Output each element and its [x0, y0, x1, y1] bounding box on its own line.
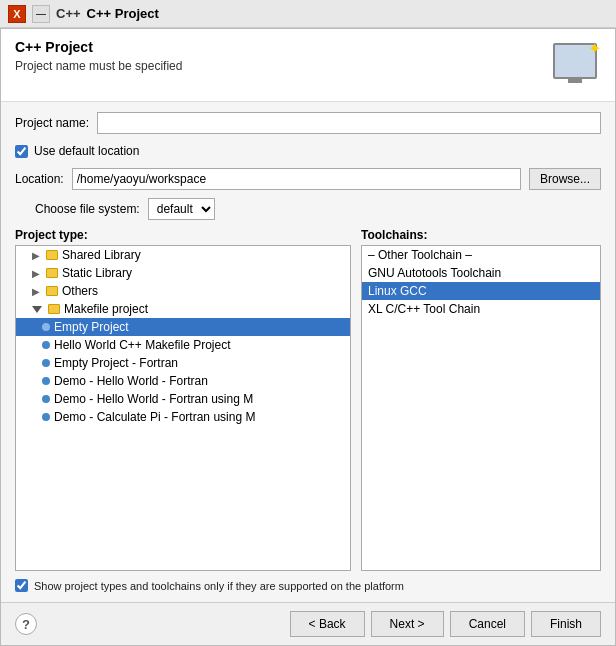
project-name-input[interactable]: [97, 112, 601, 134]
bullet-icon: [42, 359, 50, 367]
item-label: – Other Toolchain –: [368, 248, 472, 262]
close-button[interactable]: X: [8, 5, 26, 23]
footer-buttons: < Back Next > Cancel Finish: [290, 611, 601, 637]
location-row: Location: Browse...: [15, 168, 601, 190]
finish-button[interactable]: Finish: [531, 611, 601, 637]
location-input[interactable]: [72, 168, 521, 190]
item-label: Empty Project - Fortran: [54, 356, 178, 370]
expand-icon: ▶: [32, 250, 42, 261]
folder-icon: [46, 250, 58, 260]
list-item[interactable]: Empty Project - Fortran: [16, 354, 350, 372]
project-name-row: Project name:: [15, 112, 601, 134]
list-item[interactable]: Demo - Hello World - Fortran: [16, 372, 350, 390]
dialog: C++ Project Project name must be specifi…: [0, 28, 616, 646]
title-bar: X — C++ C++ Project: [0, 0, 616, 28]
dialog-footer: ? < Back Next > Cancel Finish: [1, 602, 615, 645]
toolchain-item[interactable]: XL C/C++ Tool Chain: [362, 300, 600, 318]
project-name-label: Project name:: [15, 116, 89, 130]
item-label: Empty Project: [54, 320, 129, 334]
header-icon: ✦: [549, 39, 601, 91]
item-label: Demo - Calculate Pi - Fortran using M: [54, 410, 255, 424]
toolchains-list[interactable]: – Other Toolchain – GNU Autotools Toolch…: [361, 245, 601, 571]
toolchains-label: Toolchains:: [361, 228, 601, 242]
item-label: Demo - Hello World - Fortran using M: [54, 392, 253, 406]
header-text: C++ Project Project name must be specifi…: [15, 39, 182, 73]
toolchains-panel: Toolchains: – Other Toolchain – GNU Auto…: [361, 228, 601, 571]
expand-icon: [32, 306, 42, 313]
default-location-checkbox[interactable]: [15, 145, 28, 158]
toolchain-item[interactable]: GNU Autotools Toolchain: [362, 264, 600, 282]
next-button[interactable]: Next >: [371, 611, 444, 637]
bullet-icon: [42, 395, 50, 403]
list-item[interactable]: Demo - Hello World - Fortran using M: [16, 390, 350, 408]
list-item[interactable]: ▶ Shared Library: [16, 246, 350, 264]
expand-icon: ▶: [32, 286, 42, 297]
folder-icon: [46, 286, 58, 296]
list-item-selected[interactable]: Empty Project: [16, 318, 350, 336]
cpp-icon: C++: [56, 6, 81, 21]
dialog-header: C++ Project Project name must be specifi…: [1, 29, 615, 102]
folder-icon: [46, 268, 58, 278]
toolchain-item-selected[interactable]: Linux GCC: [362, 282, 600, 300]
filesystem-row: Choose file system: default: [15, 198, 601, 220]
project-type-list[interactable]: ▶ Shared Library ▶ Static Library ▶: [15, 245, 351, 571]
project-type-panel: Project type: ▶ Shared Library ▶ Static …: [15, 228, 351, 571]
item-label: Demo - Hello World - Fortran: [54, 374, 208, 388]
platform-checkbox-row: Show project types and toolchains only i…: [15, 579, 601, 592]
header-subtitle: Project name must be specified: [15, 59, 182, 73]
item-label: Makefile project: [64, 302, 148, 316]
browse-button[interactable]: Browse...: [529, 168, 601, 190]
minimize-button[interactable]: —: [32, 5, 50, 23]
filesystem-label: Choose file system:: [35, 202, 140, 216]
list-item[interactable]: Demo - Calculate Pi - Fortran using M: [16, 408, 350, 426]
location-label: Location:: [15, 172, 64, 186]
default-location-label: Use default location: [34, 144, 139, 158]
item-label: Shared Library: [62, 248, 141, 262]
item-label: Linux GCC: [368, 284, 427, 298]
list-item[interactable]: Hello World C++ Makefile Project: [16, 336, 350, 354]
item-label: Others: [62, 284, 98, 298]
filesystem-select[interactable]: default: [148, 198, 215, 220]
title-bar-title: C++ Project: [87, 6, 159, 21]
expand-icon: ▶: [32, 268, 42, 279]
project-type-label: Project type:: [15, 228, 351, 242]
item-label: Hello World C++ Makefile Project: [54, 338, 231, 352]
header-title: C++ Project: [15, 39, 182, 55]
bullet-icon: [42, 413, 50, 421]
toolchain-item[interactable]: – Other Toolchain –: [362, 246, 600, 264]
item-label: XL C/C++ Tool Chain: [368, 302, 480, 316]
cancel-button[interactable]: Cancel: [450, 611, 525, 637]
bullet-icon: [42, 341, 50, 349]
dialog-body: Project name: Use default location Locat…: [1, 102, 615, 602]
default-location-row: Use default location: [15, 144, 601, 158]
list-item[interactable]: Makefile project: [16, 300, 350, 318]
platform-checkbox[interactable]: [15, 579, 28, 592]
list-item[interactable]: ▶ Static Library: [16, 264, 350, 282]
folder-icon: [48, 304, 60, 314]
platform-checkbox-label: Show project types and toolchains only i…: [34, 580, 404, 592]
list-item[interactable]: ▶ Others: [16, 282, 350, 300]
item-label: GNU Autotools Toolchain: [368, 266, 501, 280]
item-label: Static Library: [62, 266, 132, 280]
project-toolchain-area: Project type: ▶ Shared Library ▶ Static …: [15, 228, 601, 571]
sparkle-icon: ✦: [588, 39, 601, 58]
bullet-icon: [42, 377, 50, 385]
help-button[interactable]: ?: [15, 613, 37, 635]
bullet-icon: [42, 323, 50, 331]
back-button[interactable]: < Back: [290, 611, 365, 637]
